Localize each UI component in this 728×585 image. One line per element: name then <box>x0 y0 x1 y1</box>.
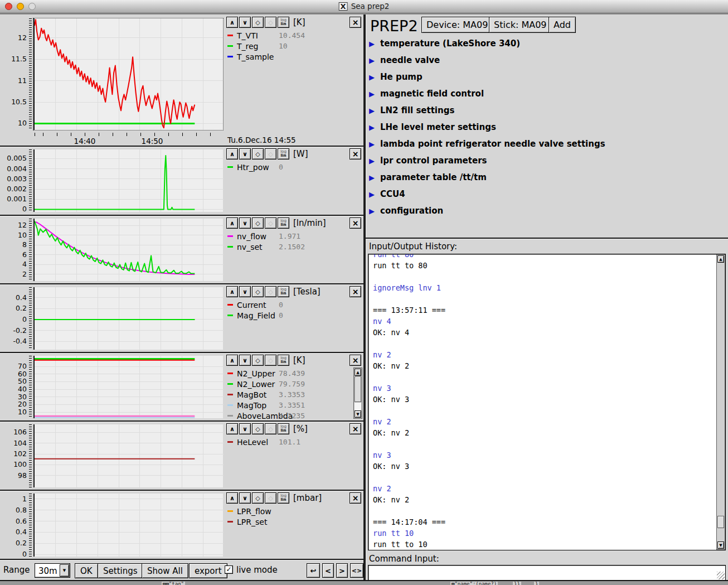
panel-close-button[interactable]: × <box>350 492 361 504</box>
log-lin-toggle[interactable]: loglin <box>278 423 289 434</box>
auto-scale-disabled-button[interactable]: ◇ <box>265 355 276 366</box>
tree-item[interactable]: ▶parameter table /tt/tm <box>369 169 487 186</box>
tree-item[interactable]: ▶LHe level meter settings <box>369 119 496 136</box>
scroll-down-icon[interactable]: ▼ <box>355 410 361 418</box>
expand-arrow-icon[interactable]: ▶ <box>369 173 375 182</box>
scroll-up-button[interactable]: ∧ <box>226 355 238 366</box>
scroll-up-button[interactable]: ∧ <box>226 217 238 229</box>
io-history-box[interactable]: run tt 80run tt to 80 ignoreMsg lnv 1 ==… <box>368 254 726 550</box>
scroll-up-button[interactable]: ∧ <box>226 423 238 434</box>
legend-row[interactable]: HeLevel101.1 <box>227 437 351 447</box>
auto-scale-button[interactable]: ◇ <box>252 17 264 28</box>
auto-scale-disabled-button[interactable]: ◇ <box>265 217 276 229</box>
log-lin-toggle[interactable]: loglin <box>278 492 289 504</box>
legend-row[interactable]: T_reg10 <box>227 41 351 51</box>
scroll-down-button[interactable]: ∨ <box>239 217 251 229</box>
scroll-down-button[interactable]: ∨ <box>239 423 251 434</box>
auto-scale-button[interactable]: ◇ <box>252 355 264 366</box>
ok-button[interactable]: OK <box>75 563 98 578</box>
tree-item[interactable]: ▶lpr control parameters <box>369 152 487 169</box>
log-lin-toggle[interactable]: loglin <box>278 148 289 159</box>
expand-arrow-icon[interactable]: ▶ <box>369 207 375 215</box>
auto-scale-button[interactable]: ◇ <box>252 423 264 434</box>
minimize-window-button[interactable] <box>17 3 24 10</box>
log-lin-toggle[interactable]: loglin <box>278 355 289 366</box>
scroll-down-button[interactable]: ∨ <box>239 148 251 159</box>
scroll-down-button[interactable]: ∨ <box>239 286 251 297</box>
settings-button[interactable]: Settings <box>98 563 143 578</box>
panel-close-button[interactable]: × <box>350 423 361 434</box>
range-select[interactable]: 30m ▼ <box>35 563 70 578</box>
panel-close-button[interactable]: × <box>350 217 361 229</box>
expand-arrow-icon[interactable]: ▶ <box>369 40 375 48</box>
auto-scale-disabled-button[interactable]: ◇ <box>265 286 276 297</box>
legend-scrollbar-thumb[interactable] <box>355 376 361 402</box>
stick-button[interactable]: Stick: MA09 <box>489 17 552 33</box>
legend-row[interactable]: nv_set2.1502 <box>227 241 351 252</box>
legend-row[interactable]: Current0 <box>227 299 351 310</box>
expand-arrow-icon[interactable]: ▶ <box>369 140 375 148</box>
close-window-button[interactable] <box>5 3 12 10</box>
expand-arrow-icon[interactable]: ▶ <box>369 107 375 115</box>
legend-row[interactable]: MagTop3.3351 <box>227 400 351 410</box>
auto-scale-disabled-button[interactable]: ◇ <box>265 17 276 28</box>
legend-row[interactable]: Htr_pow0 <box>227 162 351 172</box>
tree-item[interactable]: ▶needle valve <box>369 52 440 69</box>
scroll-down-button[interactable]: ∨ <box>239 492 251 504</box>
expand-arrow-icon[interactable]: ▶ <box>369 90 375 98</box>
add-button[interactable]: Add <box>549 17 576 33</box>
zoom-window-button[interactable] <box>28 3 36 10</box>
plot-area[interactable] <box>33 424 223 487</box>
command-input[interactable] <box>370 567 710 579</box>
pan-right-button[interactable]: > <box>336 563 348 578</box>
log-lin-toggle[interactable]: loglin <box>278 17 289 28</box>
plot-area[interactable] <box>33 356 223 418</box>
auto-scale-button[interactable]: ◇ <box>252 148 264 159</box>
expand-arrow-icon[interactable]: ▶ <box>369 157 375 165</box>
scroll-up-button[interactable]: ∧ <box>226 17 238 28</box>
expand-arrow-icon[interactable]: ▶ <box>369 190 375 199</box>
expand-arrow-icon[interactable]: ▶ <box>369 56 375 65</box>
plot-area[interactable] <box>33 219 223 281</box>
legend-row[interactable]: LPR_flow <box>227 506 351 516</box>
legend-row[interactable]: Mag_Field0 <box>227 310 351 321</box>
scroll-up-button[interactable]: ∧ <box>226 286 238 297</box>
auto-scale-button[interactable]: ◇ <box>252 286 264 297</box>
scroll-up-icon[interactable]: ▲ <box>717 255 724 263</box>
scroll-up-icon[interactable]: ▲ <box>355 369 361 376</box>
export-button[interactable]: export <box>189 563 227 578</box>
tree-item[interactable]: ▶temperature (LakeShore 340) <box>369 35 520 52</box>
tree-item[interactable]: ▶configuration <box>369 202 443 219</box>
resize-grip-icon[interactable] <box>717 572 725 579</box>
log-lin-toggle[interactable]: loglin <box>278 217 289 229</box>
tree-item[interactable]: ▶lambda point refrigerator needle valve … <box>369 136 605 152</box>
pan-left-button[interactable]: < <box>322 563 334 578</box>
auto-scale-disabled-button[interactable]: ◇ <box>265 148 276 159</box>
auto-scale-disabled-button[interactable]: ◇ <box>265 492 276 504</box>
tree-item[interactable]: ▶CCU4 <box>369 186 405 202</box>
show-all-button[interactable]: Show All <box>142 563 188 578</box>
legend-row[interactable]: LPR_set <box>227 516 351 527</box>
scroll-up-button[interactable]: ∧ <box>226 492 238 504</box>
plot-area[interactable] <box>33 494 223 557</box>
scroll-down-button[interactable]: ∨ <box>239 17 251 28</box>
title-bar[interactable]: X Sea prep2 <box>0 0 728 13</box>
legend-row[interactable]: N2_Upper78.439 <box>227 368 351 379</box>
tree-item[interactable]: ▶He pump <box>369 69 423 85</box>
scroll-up-button[interactable]: ∧ <box>226 148 238 159</box>
tree-item[interactable]: ▶magnetic field control <box>369 85 484 102</box>
legend-scrollbar[interactable]: ▲▼ <box>353 368 362 419</box>
plot-area[interactable] <box>33 149 223 212</box>
expand-arrow-icon[interactable]: ▶ <box>369 73 375 81</box>
auto-scale-button[interactable]: ◇ <box>252 217 264 229</box>
legend-row[interactable]: N2_Lower79.759 <box>227 379 351 389</box>
panel-close-button[interactable]: × <box>350 286 361 297</box>
plot-area[interactable] <box>33 18 223 130</box>
scroll-down-button[interactable]: ∨ <box>239 355 251 366</box>
panel-close-button[interactable]: × <box>350 355 361 366</box>
auto-scale-disabled-button[interactable]: ◇ <box>265 423 276 434</box>
legend-row[interactable]: MagBot3.3353 <box>227 389 351 400</box>
legend-row[interactable]: AboveLambda4.2235 <box>227 410 351 421</box>
tree-item[interactable]: ▶LN2 fill settings <box>369 102 454 119</box>
panel-close-button[interactable]: × <box>350 148 361 159</box>
